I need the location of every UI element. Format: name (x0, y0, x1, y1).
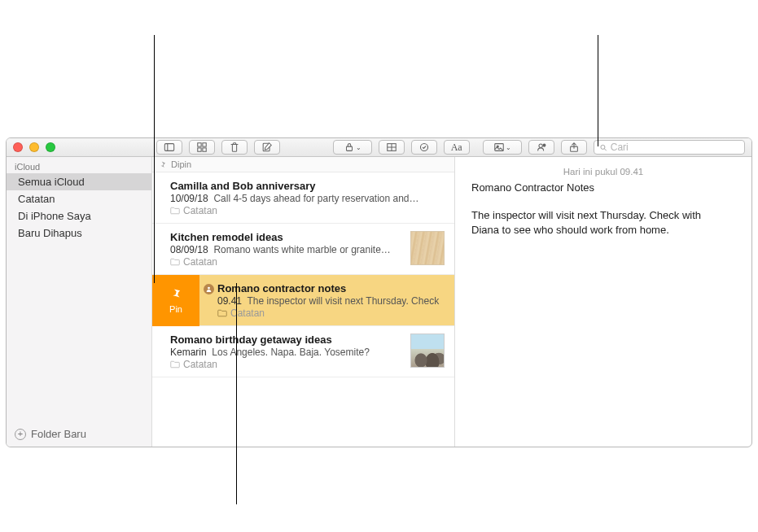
note-title: Camilla and Bob anniversary (170, 180, 445, 192)
svg-rect-5 (203, 148, 206, 151)
svg-rect-7 (346, 146, 352, 150)
callout-line (236, 283, 237, 504)
note-title: Kitchen remodel ideas (170, 231, 404, 243)
sidebar-item-on-my-iphone[interactable]: Di iPhone Saya (7, 207, 151, 225)
sidebar-section-header: iCloud (7, 157, 151, 173)
note-folder: Catatan (170, 205, 445, 216)
note-body-text: The inspector will visit next Thursday. … (471, 208, 708, 237)
search-icon (599, 143, 607, 152)
pinned-label: Dipin (171, 159, 191, 169)
table-button[interactable] (379, 140, 405, 155)
note-item[interactable]: Camilla and Bob anniversary 10/09/18 Cal… (152, 172, 454, 224)
minimize-window-button[interactable] (29, 142, 39, 152)
lock-button[interactable]: ⌄ (333, 140, 372, 155)
note-body-title: Romano Contractor Notes (471, 181, 735, 194)
folder-icon (217, 309, 227, 317)
new-note-button[interactable] (254, 140, 280, 155)
search-field[interactable] (594, 140, 745, 155)
note-thumbnail (410, 334, 445, 368)
note-folder: Catatan (217, 307, 445, 319)
note-preview: 09.41 The inspector will visit next Thur… (217, 295, 445, 307)
pin-action-button[interactable]: Pin (152, 275, 199, 326)
note-item[interactable]: Romano birthday getaway ideas Kemarin Lo… (152, 326, 454, 377)
pin-action-label: Pin (169, 304, 182, 314)
callout-line (154, 35, 155, 283)
plus-icon: + (15, 429, 26, 440)
note-thumbnail (410, 231, 445, 265)
note-editor[interactable]: Hari ini pukul 09.41 Romano Contractor N… (455, 157, 751, 447)
pin-icon (169, 287, 183, 302)
shared-icon (204, 284, 214, 294)
folder-icon (170, 258, 180, 266)
toolbar: ⌄ Aa ⌄ + (7, 138, 751, 157)
add-media-button[interactable]: ⌄ (483, 140, 522, 155)
sidebar-item-all-icloud[interactable]: Semua iCloud (7, 173, 151, 190)
pinned-section-header: Dipin (152, 157, 454, 172)
svg-point-20 (208, 287, 210, 290)
svg-line-19 (604, 148, 607, 150)
new-folder-label: Folder Baru (31, 428, 86, 440)
note-item-selected: Pin Romano contractor notes 09.41 The in… (152, 275, 454, 326)
note-title: Romano birthday getaway ideas (170, 334, 404, 346)
note-timestamp: Hari ini pukul 09.41 (471, 167, 735, 177)
svg-rect-3 (203, 143, 206, 146)
callout-line (598, 35, 598, 146)
sidebar: iCloud Semua iCloud Catatan Di iPhone Sa… (7, 157, 152, 447)
note-item[interactable]: Romano contractor notes 09.41 The inspec… (199, 275, 454, 326)
window-controls (13, 142, 55, 152)
folder-icon (170, 207, 180, 215)
search-input[interactable] (611, 142, 739, 153)
sidebar-item-recently-deleted[interactable]: Baru Dihapus (7, 225, 151, 242)
note-item[interactable]: Kitchen remodel ideas 08/09/18 Romano wa… (152, 224, 454, 275)
close-window-button[interactable] (13, 142, 23, 152)
note-list: Dipin Camilla and Bob anniversary 10/09/… (152, 157, 455, 447)
checklist-button[interactable] (411, 140, 437, 155)
app-window: ⌄ Aa ⌄ + iCloud Semua iCloud Ca (6, 137, 752, 447)
add-collaborator-button[interactable]: + (528, 140, 554, 155)
grid-view-button[interactable] (189, 140, 215, 155)
svg-rect-2 (197, 143, 200, 146)
svg-point-18 (601, 145, 605, 149)
note-preview: Kemarin Los Angeles. Napa. Baja. Yosemit… (170, 347, 404, 358)
new-folder-button[interactable]: + Folder Baru (7, 421, 151, 447)
note-preview: 08/09/18 Romano wants white marble or gr… (170, 244, 404, 255)
note-folder: Catatan (170, 359, 404, 370)
svg-rect-4 (197, 148, 200, 151)
note-preview: 10/09/18 Call 4-5 days ahead for party r… (170, 193, 445, 204)
sidebar-item-notes[interactable]: Catatan (7, 190, 151, 207)
svg-rect-0 (164, 144, 173, 151)
svg-text:+: + (543, 144, 545, 147)
delete-button[interactable] (221, 140, 248, 155)
pin-icon (159, 161, 166, 168)
svg-point-14 (539, 144, 542, 147)
format-text-button[interactable]: Aa (444, 140, 470, 155)
zoom-window-button[interactable] (46, 142, 55, 152)
folder-icon (170, 360, 180, 368)
sidebar-toggle-button[interactable] (156, 140, 182, 155)
note-folder: Catatan (170, 256, 404, 268)
share-button[interactable] (561, 140, 587, 155)
note-title: Romano contractor notes (217, 282, 445, 294)
